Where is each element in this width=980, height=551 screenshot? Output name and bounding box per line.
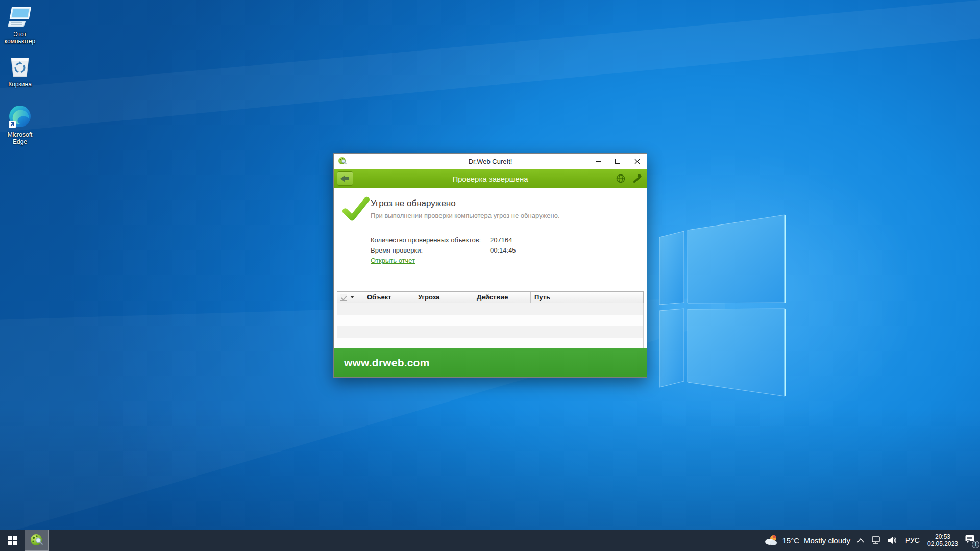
weather-icon [765,534,778,546]
drweb-banner[interactable]: www.drweb.com [334,348,647,377]
window-titlebar[interactable]: Dr.Web CureIt! [334,154,647,169]
success-checkmark-icon [342,196,370,222]
stat-value: 207164 [490,236,512,244]
drweb-url: www.drweb.com [344,357,430,369]
minimize-button[interactable] [589,154,608,169]
column-header-action[interactable]: Действие [473,292,531,303]
column-header-object[interactable]: Объект [363,292,414,303]
desktop-icon-this-pc[interactable]: Этот компьютер [0,6,40,45]
windows-start-icon [8,536,17,545]
action-center-button[interactable]: 1 [965,534,976,546]
desktop-icon-recycle-bin[interactable]: Корзина [0,55,40,88]
threats-table-header: Объект Угроза Действие Путь [337,291,644,303]
scan-status-header: Проверка завершена [334,169,647,188]
this-pc-icon [8,6,32,29]
globe-icon[interactable] [616,174,625,183]
open-report-link[interactable]: Открыть отчет [371,257,415,264]
threats-table-body [337,303,644,349]
microsoft-edge-icon [8,105,32,129]
recycle-bin-icon [9,55,31,79]
stat-objects-scanned: Количество проверенных объектов: 207164 [371,236,636,245]
stat-label: Время проверки: [371,246,423,254]
windows-logo [658,211,792,400]
weather-condition-label: Mostly cloudy [804,536,850,545]
tray-chevron-up-icon[interactable] [857,538,864,543]
table-row [337,338,643,349]
drweb-cureit-window: Dr.Web CureIt! Проверка завершена [333,153,647,378]
taskbar-drweb-button[interactable] [24,530,49,551]
weather-widget[interactable]: 15°C Mostly cloudy [765,534,850,546]
taskbar-clock[interactable]: 20:53 02.05.2023 [927,533,958,547]
start-button[interactable] [0,530,24,551]
table-row [337,326,643,338]
threats-table: Объект Угроза Действие Путь [337,291,644,349]
chevron-down-icon[interactable] [350,296,354,298]
table-row [337,315,643,327]
notification-count-badge: 1 [972,541,979,548]
keyboard-language-indicator[interactable]: РУС [904,536,921,544]
result-subtext: При выполнении проверки компьютера угроз… [371,212,560,219]
column-header-threat[interactable]: Угроза [414,292,473,303]
desktop-icon-label: Microsoft Edge [0,131,40,145]
table-row [337,303,643,315]
column-header-path[interactable]: Путь [531,292,631,303]
scan-result-panel: Угроз не обнаружено При выполнении прове… [334,188,647,291]
stat-scan-time: Время проверки: 00:14:45 [371,246,636,256]
volume-icon[interactable] [888,536,898,544]
drweb-taskbar-icon [30,533,44,547]
stat-value: 00:14:45 [490,246,516,254]
desktop-icon-microsoft-edge[interactable]: Microsoft Edge [0,105,40,145]
select-all-checkbox[interactable] [340,294,347,301]
select-all-column[interactable] [337,292,363,303]
scan-status-title: Проверка завершена [334,174,647,183]
maximize-icon [615,159,620,164]
maximize-button[interactable] [608,154,627,169]
minimize-icon [596,161,601,162]
clock-time: 20:53 [927,533,958,540]
close-icon [634,159,640,164]
stat-label: Количество проверенных объектов: [371,236,481,244]
result-heading: Угроз не обнаружено [371,198,456,209]
desktop-icon-label: Этот компьютер [0,31,40,45]
desktop: Этот компьютер Корзина Microso [0,0,980,551]
desktop-icon-label: Корзина [0,81,40,88]
column-header-spacer [631,292,643,303]
system-tray: 15°C Mostly cloudy РУС 20:53 02.05.2023 [765,530,980,551]
taskbar: 15°C Mostly cloudy РУС 20:53 02.05.2023 [0,530,980,551]
wrench-icon[interactable] [632,174,642,183]
network-icon[interactable] [871,536,881,545]
close-button[interactable] [627,154,647,169]
temperature-label: 15°C [782,536,800,545]
clock-date: 02.05.2023 [927,540,958,547]
